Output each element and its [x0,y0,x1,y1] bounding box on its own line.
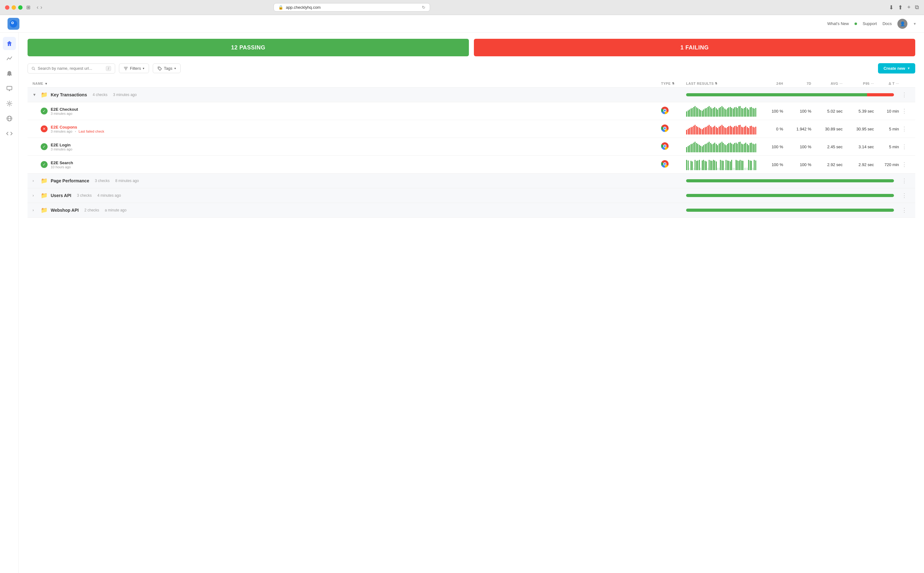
check-name[interactable]: E2E Coupons [51,125,104,130]
refresh-button[interactable]: ↻ [422,5,425,10]
group-row-key-transactions[interactable]: ▼ 📁 Key Transactions 4 checks 3 minutes … [28,88,915,102]
sidebar-item-settings[interactable] [3,97,16,110]
col-header-name[interactable]: NAME ▼ [33,81,661,85]
tags-button[interactable]: Tags ▾ [153,64,180,73]
toolbar: / Filters ▾ Tags [28,63,915,74]
t-info-icon: ··· [896,82,899,85]
expand-icon: › [33,193,38,198]
col-header-type[interactable]: TYPE ⇅ [661,81,686,85]
bell-icon [6,70,13,77]
chrome-icon [661,124,668,132]
sidebar-toggle-icon[interactable]: ⊞ [26,5,30,10]
sidebar-item-analytics[interactable] [3,52,16,65]
search-box[interactable]: / [28,64,115,74]
close-button[interactable] [5,5,9,10]
failing-bar[interactable]: 1 FAILING [474,39,915,56]
sidebar-item-monitors[interactable] [3,82,16,95]
sparkbar-login [686,141,749,152]
forward-button[interactable]: › [40,4,42,11]
progress-fail-segment [867,93,894,96]
metric-24h: 100 % [755,162,783,167]
metric-7d: 100 % [783,109,811,114]
create-new-button[interactable]: Create new ▾ [878,63,915,74]
status-icon-pass: ✓ [41,108,47,114]
filters-button[interactable]: Filters ▾ [119,64,149,73]
col-header-avg[interactable]: AVG ··· [811,81,842,85]
main-content: 12 PASSING 1 FAILING / [19,33,924,573]
new-tab-icon[interactable]: + [907,4,911,11]
check-name-col: ✓ E2E Checkout 3 minutes ago [41,107,661,116]
user-avatar[interactable]: 👤 [897,19,907,29]
check-time: 3 minutes ago [51,147,72,151]
metric-24h: 100 % [755,144,783,149]
p95-info-icon: ··· [871,82,874,85]
check-more-menu[interactable]: ⋮ [899,108,910,114]
col-header-7d[interactable]: 7D [783,81,811,85]
group-name: Key Transactions [51,92,87,97]
passing-bar[interactable]: 12 PASSING [28,39,469,56]
group-more-menu[interactable]: ⋮ [899,207,910,214]
col-header-actions [899,81,910,85]
status-icon-fail: ✕ [41,125,47,132]
sidebar-item-alerts[interactable] [3,67,16,80]
group-row-page-performance[interactable]: › 📁 Page Performance 3 checks 8 minutes … [28,174,915,188]
tag-icon [157,66,162,71]
col-header-24h[interactable]: 24H [755,81,783,85]
check-type-icon [661,142,686,151]
sidebar-item-code[interactable] [3,127,16,140]
docs-link[interactable]: Docs [882,21,892,26]
back-button[interactable]: ‹ [37,4,39,11]
security-icon: 🔒 [278,5,283,10]
filters-arrow: ▾ [143,67,144,70]
progress-pass-segment [686,93,867,96]
svg-point-6 [8,103,10,105]
share-icon[interactable]: ⬆ [898,4,903,11]
metric-avg: 2.45 sec [811,144,842,149]
passing-label: 12 PASSING [231,44,265,51]
gear-icon [6,100,13,106]
group-more-menu[interactable]: ⋮ [899,91,910,98]
metric-avg: 30.89 sec [811,127,842,132]
sidebar-item-globe[interactable] [3,112,16,125]
name-sort-icon: ▼ [44,82,47,85]
metric-delta-t: 5 min [874,144,899,149]
col-header-p95[interactable]: P95 ··· [842,81,874,85]
metric-p95: 5.39 sec [842,109,874,114]
col-header-delta-t[interactable]: Δ T ··· [874,81,899,85]
group-row-webshop-api[interactable]: › 📁 Webshop API 2 checks a minute ago [28,203,915,218]
group-more-menu[interactable]: ⋮ [899,192,910,199]
chrome-icon [661,142,668,150]
check-name[interactable]: E2E Login [51,142,72,147]
whats-new-link[interactable]: What's New [827,21,849,26]
check-name[interactable]: E2E Search [51,160,73,165]
user-menu-arrow[interactable]: ▼ [913,22,916,26]
check-name[interactable]: E2E Checkout [51,107,78,112]
metric-7d: 1.942 % [783,127,811,132]
minimize-button[interactable] [12,5,16,10]
metric-24h: 0 % [755,127,783,132]
sidebar-item-home[interactable] [3,37,16,50]
group-more-menu[interactable]: ⋮ [899,177,910,184]
search-input[interactable] [38,66,103,71]
group-row-users-api[interactable]: › 📁 Users API 3 checks 4 minutes ago [28,188,915,203]
status-icon-pass: ✓ [41,161,47,168]
col-header-last-results[interactable]: LAST RESULTS ⇅ [686,81,755,85]
address-bar[interactable]: 🔒 app.checklyhq.com ↻ [274,3,430,12]
group-time-ago: 3 minutes ago [113,92,136,97]
tabs-icon[interactable]: ⧉ [915,4,919,11]
top-nav-right: What's New Support Docs 👤 ▼ [827,19,916,29]
svg-point-15 [159,67,159,68]
filter-icon [124,66,128,71]
check-more-menu[interactable]: ⋮ [899,143,910,150]
check-more-menu[interactable]: ⋮ [899,125,910,132]
download-icon[interactable]: ⬇ [889,4,894,11]
fullscreen-button[interactable] [18,5,22,10]
metric-7d: 100 % [783,162,811,167]
app-logo [8,18,19,30]
group-checks-count: 4 checks [93,92,107,97]
check-more-menu[interactable]: ⋮ [899,161,910,168]
group-time-ago: 4 minutes ago [97,193,121,198]
support-link[interactable]: Support [863,21,877,26]
app-root: ⊞ ‹ › 🔒 app.checklyhq.com ↻ ⬇ ⬆ + ⧉ What… [0,0,924,573]
group-progress-bar [686,179,899,182]
